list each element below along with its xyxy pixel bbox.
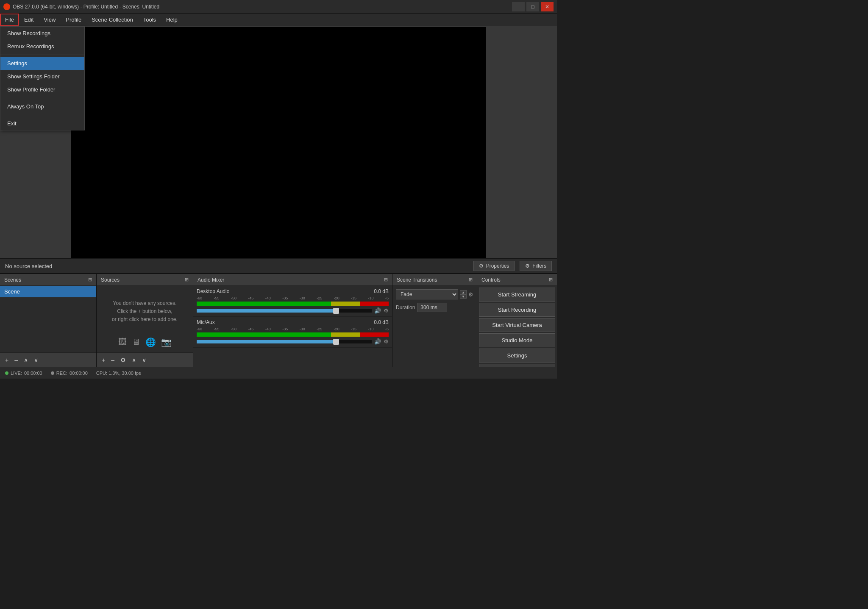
minimize-button[interactable]: – bbox=[512, 2, 525, 11]
scenes-panel-content: Scene bbox=[0, 286, 96, 352]
sources-up-button[interactable]: ∧ bbox=[130, 356, 138, 364]
source-status-bar: No source selected ⚙ Properties ⚙ Filter… bbox=[0, 258, 557, 274]
source-status-text: No source selected bbox=[5, 263, 468, 269]
start-recording-button[interactable]: Start Recording bbox=[479, 303, 555, 317]
start-virtual-camera-button[interactable]: Start Virtual Camera bbox=[479, 318, 555, 332]
menu-scene-collection[interactable]: Scene Collection bbox=[86, 14, 138, 26]
scene-transitions-header: Scene Transitions ⊞ bbox=[392, 274, 477, 286]
studio-mode-button[interactable]: Studio Mode bbox=[479, 333, 555, 347]
duration-row: Duration bbox=[396, 303, 473, 312]
mic-aux-gear-icon[interactable]: ⚙ bbox=[384, 338, 389, 345]
menu-profile[interactable]: Profile bbox=[61, 14, 86, 26]
audio-mixer-panel: Audio Mixer ⊞ Desktop Audio 0.0 dB -60-5… bbox=[193, 274, 392, 367]
sources-panel: Sources ⊞ You don't have any sources.Cli… bbox=[97, 274, 193, 367]
sources-empty-text: You don't have any sources.Click the + b… bbox=[103, 291, 186, 332]
scenes-panel-header: Scenes ⊞ bbox=[0, 274, 96, 286]
maximize-button[interactable]: □ bbox=[526, 2, 539, 11]
menu-always-on-top[interactable]: Always On Top bbox=[0, 100, 84, 113]
scenes-panel-title: Scenes bbox=[4, 277, 21, 283]
transition-gear-icon[interactable]: ⚙ bbox=[468, 291, 473, 298]
scenes-down-button[interactable]: ∨ bbox=[32, 356, 40, 364]
menu-settings[interactable]: Settings bbox=[0, 57, 84, 70]
sources-add-button[interactable]: + bbox=[100, 356, 107, 364]
menu-file[interactable]: File bbox=[0, 14, 19, 26]
audio-mixer-title: Audio Mixer bbox=[198, 277, 224, 283]
filters-button[interactable]: ⚙ Filters bbox=[520, 261, 552, 271]
mic-aux-channel: Mic/Aux 0.0 dB -60-55-50-45-40-35-30-25-… bbox=[193, 317, 392, 348]
sources-panel-icon[interactable]: ⊞ bbox=[185, 277, 189, 282]
desktop-audio-meter-labels: -60-55-50-45-40-35-30-25-20-15-10-5 bbox=[197, 296, 389, 300]
obs-icon bbox=[3, 3, 10, 10]
desktop-audio-controls: 🔊 ⚙ bbox=[197, 307, 389, 314]
menu-separator-3 bbox=[0, 115, 84, 115]
start-streaming-button[interactable]: Start Streaming bbox=[479, 288, 555, 302]
sources-down-button[interactable]: ∨ bbox=[140, 356, 148, 364]
rec-time: 00:00:00 bbox=[70, 371, 88, 376]
menu-help[interactable]: Help bbox=[161, 14, 183, 26]
mic-aux-controls: 🔊 ⚙ bbox=[197, 338, 389, 345]
bottom-panels: Scenes ⊞ Scene + – ∧ ∨ Sources ⊞ You don… bbox=[0, 274, 557, 367]
spinbox-up-button[interactable]: ▲ bbox=[460, 290, 467, 294]
menu-separator-1 bbox=[0, 55, 84, 55]
scene-item[interactable]: Scene bbox=[0, 286, 96, 297]
exit-button[interactable]: Exit bbox=[479, 364, 555, 367]
controls-panel: Controls ⊞ Start Streaming Start Recordi… bbox=[477, 274, 557, 367]
monitor-icon: 🖥 bbox=[132, 337, 140, 347]
titlebar: OBS 27.0.0 (64-bit, windows) - Profile: … bbox=[0, 0, 557, 14]
properties-button[interactable]: ⚙ Properties bbox=[473, 261, 515, 271]
desktop-audio-db: 0.0 dB bbox=[374, 288, 389, 294]
desktop-audio-gear-icon[interactable]: ⚙ bbox=[384, 307, 389, 314]
spinbox-down-button[interactable]: ▼ bbox=[460, 294, 467, 299]
live-label: LIVE: bbox=[11, 371, 22, 376]
sources-panel-content[interactable]: You don't have any sources.Click the + b… bbox=[97, 286, 193, 352]
controls-panel-content: Start Streaming Start Recording Start Vi… bbox=[477, 286, 557, 367]
live-status: LIVE: 00:00:00 bbox=[5, 371, 42, 376]
titlebar-controls: – □ ✕ bbox=[512, 2, 554, 11]
menu-show-profile-folder[interactable]: Show Profile Folder bbox=[0, 83, 84, 96]
sources-icons: 🖼 🖥 🌐 📷 bbox=[118, 337, 172, 347]
live-dot bbox=[5, 371, 8, 375]
cpu-status: CPU: 1.3%, 30.00 fps bbox=[96, 371, 141, 376]
sources-remove-button[interactable]: – bbox=[109, 356, 116, 364]
controls-panel-icon[interactable]: ⊞ bbox=[549, 277, 553, 282]
settings-button[interactable]: Settings bbox=[479, 349, 555, 363]
desktop-audio-fader[interactable] bbox=[197, 309, 372, 313]
transition-type-select[interactable]: Fade bbox=[396, 289, 458, 299]
controls-panel-title: Controls bbox=[481, 277, 501, 283]
sources-panel-title: Sources bbox=[101, 277, 120, 283]
live-time: 00:00:00 bbox=[24, 371, 42, 376]
scenes-up-button[interactable]: ∧ bbox=[22, 356, 30, 364]
menu-tools[interactable]: Tools bbox=[138, 14, 161, 26]
close-button[interactable]: ✕ bbox=[541, 2, 554, 11]
titlebar-title: OBS 27.0.0 (64-bit, windows) - Profile: … bbox=[13, 4, 159, 10]
scenes-panel-icon[interactable]: ⊞ bbox=[88, 277, 92, 282]
menubar: File Edit View Profile Scene Collection … bbox=[0, 14, 557, 26]
scene-transitions-icon[interactable]: ⊞ bbox=[469, 277, 473, 282]
menu-separator-2 bbox=[0, 98, 84, 98]
scene-transitions-content: Fade ▲ ▼ ⚙ Duration bbox=[392, 286, 477, 367]
globe-icon: 🌐 bbox=[145, 337, 156, 347]
mic-aux-fader[interactable] bbox=[197, 340, 372, 343]
rec-dot bbox=[51, 371, 54, 375]
scenes-remove-button[interactable]: – bbox=[13, 356, 19, 364]
filter-icon: ⚙ bbox=[525, 263, 530, 269]
desktop-audio-meter bbox=[197, 302, 389, 306]
sources-settings-button[interactable]: ⚙ bbox=[119, 356, 128, 364]
menu-exit[interactable]: Exit bbox=[0, 117, 84, 130]
mic-aux-meter bbox=[197, 332, 389, 337]
duration-input[interactable] bbox=[417, 303, 447, 312]
transition-spinbox: ▲ ▼ bbox=[460, 290, 467, 299]
menu-show-recordings[interactable]: Show Recordings bbox=[0, 27, 84, 40]
menu-remux-recordings[interactable]: Remux Recordings bbox=[0, 40, 84, 53]
transitions-inner: Fade ▲ ▼ ⚙ Duration bbox=[392, 286, 477, 316]
desktop-audio-mute-icon[interactable]: 🔊 bbox=[374, 307, 381, 314]
preview-canvas bbox=[71, 27, 486, 258]
menu-show-settings-folder[interactable]: Show Settings Folder bbox=[0, 70, 84, 83]
audio-mixer-icon[interactable]: ⊞ bbox=[384, 277, 388, 282]
mic-aux-mute-icon[interactable]: 🔊 bbox=[374, 338, 381, 345]
scenes-panel-footer: + – ∧ ∨ bbox=[0, 352, 96, 367]
desktop-audio-header: Desktop Audio 0.0 dB bbox=[197, 288, 389, 294]
menu-view[interactable]: View bbox=[39, 14, 61, 26]
menu-edit[interactable]: Edit bbox=[19, 14, 39, 26]
scenes-add-button[interactable]: + bbox=[3, 356, 10, 364]
